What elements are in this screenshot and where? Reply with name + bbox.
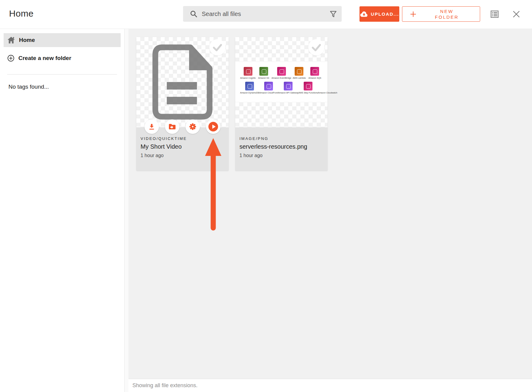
aws-service-icon — [304, 82, 312, 90]
aws-service-icon — [264, 82, 273, 90]
no-tags-message: No tags found... — [8, 84, 124, 90]
aws-service-label: AWS Step Functions — [299, 92, 318, 94]
select-check-badge[interactable] — [308, 39, 325, 55]
aws-service-label: Amazon DynamoDB — [240, 92, 259, 94]
aws-service-label: Amazon Cognito — [240, 77, 256, 79]
file-modified-time: 1 hour ago — [239, 153, 323, 158]
aws-service: Amazon CloudFront — [259, 82, 278, 94]
aws-service-icon — [295, 67, 303, 76]
close-icon — [512, 10, 521, 18]
select-check-badge[interactable] — [209, 39, 226, 55]
aws-service: AWS Lambda — [291, 67, 307, 79]
aws-service-label: Amazon Cloudwatch — [318, 92, 337, 94]
home-icon — [7, 36, 15, 44]
sidebar-divider — [7, 74, 117, 74]
file-modified-time: 1 hour ago — [141, 153, 224, 158]
aws-service-icon — [323, 82, 332, 90]
aws-service: Amazon DynamoDB — [240, 82, 259, 94]
aws-service-icon — [245, 82, 254, 90]
file-name: serverless-resources.png — [239, 143, 323, 150]
file-browser-window: Home UPLOAD... NEW FOLDER — [0, 0, 532, 392]
file-type-label: VIDEO/QUICKTIME — [141, 136, 224, 141]
aws-service: Amazon SQS — [307, 67, 323, 79]
file-type-label: IMAGE/PNG — [239, 136, 323, 141]
sidebar-gutter — [125, 29, 128, 392]
aws-icon-row: Amazon CognitoAmazon S3Amazon EventBridg… — [240, 67, 323, 79]
aws-service-label: Amazon API Gateway — [278, 92, 299, 94]
content: VIDEO/QUICKTIME My Short Video 1 hour ag… — [128, 29, 532, 392]
aws-service-icon — [277, 67, 286, 76]
file-name: My Short Video — [141, 143, 224, 150]
body: Home Create a new folder No tags found..… — [0, 29, 532, 392]
file-grid-area: VIDEO/QUICKTIME My Short Video 1 hour ag… — [128, 29, 532, 379]
aws-service: Amazon EventBridge — [271, 67, 291, 79]
status-bar: Showing all file extensions. — [128, 379, 532, 392]
settings-button[interactable] — [185, 119, 200, 134]
aws-service-icon — [259, 67, 268, 76]
new-folder-button[interactable]: NEW FOLDER — [402, 6, 480, 22]
aws-service: AWS Step Functions — [299, 82, 318, 94]
filter-funnel-icon — [329, 10, 337, 18]
cloud-upload-icon — [360, 11, 368, 18]
header: Home UPLOAD... NEW FOLDER — [0, 0, 532, 29]
download-icon — [148, 123, 155, 130]
move-to-folder-button[interactable] — [165, 119, 179, 134]
aws-icon-grid: Amazon CognitoAmazon S3Amazon EventBridg… — [235, 62, 328, 102]
aws-service: Amazon Cloudwatch — [318, 82, 337, 94]
aws-service: Amazon Cognito — [240, 67, 256, 79]
list-view-button[interactable] — [490, 10, 499, 18]
sidebar-item-label: Home — [19, 37, 35, 43]
aws-service-label: Amazon S3 — [258, 77, 269, 79]
search-icon — [190, 10, 198, 18]
file-card-image[interactable]: Amazon CognitoAmazon S3Amazon EventBridg… — [235, 37, 328, 171]
play-icon — [208, 122, 218, 131]
aws-service: Amazon API Gateway — [278, 82, 299, 94]
sidebar-item-create-folder[interactable]: Create a new folder — [4, 51, 121, 65]
aws-service-label: Amazon EventBridge — [271, 77, 291, 79]
gear-icon — [189, 123, 196, 130]
video-thumbnail — [136, 37, 229, 127]
aws-service: Amazon S3 — [256, 67, 271, 79]
sidebar-item-home[interactable]: Home — [4, 33, 121, 47]
new-folder-button-label: NEW FOLDER — [417, 8, 480, 20]
upload-button-label: UPLOAD... — [371, 11, 399, 17]
aws-service-label: Amazon SQS — [309, 77, 321, 79]
file-card-row: VIDEO/QUICKTIME My Short Video 1 hour ag… — [128, 29, 532, 171]
status-bar-text: Showing all file extensions. — [132, 382, 198, 389]
file-actions — [144, 119, 220, 134]
document-file-icon — [152, 44, 213, 121]
page-title: Home — [9, 8, 33, 19]
check-icon — [209, 39, 226, 55]
search-bar — [183, 6, 342, 22]
play-button[interactable] — [206, 119, 220, 134]
aws-service-icon — [310, 67, 319, 76]
plus-circle-icon — [7, 55, 14, 62]
close-button[interactable] — [512, 10, 521, 18]
aws-service-icon — [244, 67, 252, 76]
aws-icon-row: Amazon DynamoDBAmazon CloudFrontAmazon A… — [240, 82, 323, 94]
aws-service-label: Amazon CloudFront — [259, 92, 278, 94]
upload-button[interactable]: UPLOAD... — [359, 6, 399, 22]
folder-move-icon — [168, 123, 176, 130]
filter-button[interactable] — [329, 10, 337, 18]
search-input[interactable] — [202, 11, 342, 17]
file-meta: IMAGE/PNG serverless-resources.png 1 hou… — [235, 127, 328, 171]
sidebar-item-label: Create a new folder — [18, 55, 71, 62]
sidebar: Home Create a new folder No tags found..… — [0, 29, 125, 392]
list-view-icon — [490, 10, 499, 18]
file-card-video[interactable]: VIDEO/QUICKTIME My Short Video 1 hour ag… — [136, 37, 229, 171]
plus-icon — [410, 11, 417, 18]
aws-service-label: AWS Lambda — [293, 77, 306, 79]
aws-service-icon — [284, 82, 293, 90]
check-icon — [308, 39, 325, 55]
image-thumbnail: Amazon CognitoAmazon S3Amazon EventBridg… — [235, 37, 328, 127]
download-button[interactable] — [144, 119, 159, 134]
